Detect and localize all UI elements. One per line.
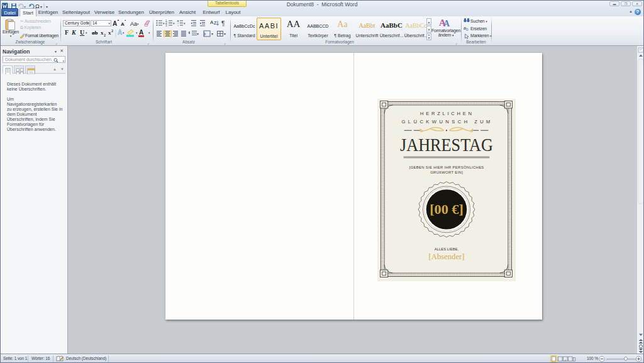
svg-text:GLÜCKWUNSCH ZUM: GLÜCKWUNSCH ZUM bbox=[402, 119, 491, 125]
svg-text:▾: ▾ bbox=[224, 32, 226, 36]
svg-text:GRUßWORT EIN]: GRUßWORT EIN] bbox=[430, 170, 463, 174]
svg-text:[Absender]: [Absender] bbox=[429, 252, 465, 261]
svg-text:HERZLICHEN: HERZLICHEN bbox=[420, 111, 472, 116]
svg-text:Z: Z bbox=[214, 21, 217, 25]
svg-text:U: U bbox=[80, 29, 84, 36]
svg-text:▾: ▾ bbox=[86, 31, 87, 35]
svg-text:2: 2 bbox=[111, 29, 113, 33]
svg-text:▾: ▾ bbox=[137, 22, 139, 26]
svg-text:▾: ▾ bbox=[184, 21, 186, 25]
svg-text:2: 2 bbox=[104, 33, 106, 37]
svg-text:[00 €]: [00 €] bbox=[430, 202, 464, 218]
svg-text:▾: ▾ bbox=[136, 31, 138, 35]
svg-text:▾: ▾ bbox=[197, 32, 199, 36]
svg-text:▾: ▾ bbox=[163, 21, 165, 25]
svg-text:▾: ▾ bbox=[211, 32, 213, 36]
svg-text:›: › bbox=[178, 24, 179, 27]
svg-text:3.: 3. bbox=[165, 24, 168, 27]
svg-text:ALLES LIEBE,: ALLES LIEBE, bbox=[435, 247, 459, 251]
svg-text:[GEBEN SIE HIER IHR PERSÖNLICH: [GEBEN SIE HIER IHR PERSÖNLICHES bbox=[409, 165, 484, 169]
svg-text:F: F bbox=[65, 29, 69, 36]
svg-text:A: A bbox=[121, 21, 125, 27]
svg-text:K: K bbox=[71, 29, 77, 36]
svg-text:▾: ▾ bbox=[148, 31, 150, 35]
svg-text:A: A bbox=[118, 29, 122, 36]
svg-text:▾: ▾ bbox=[173, 21, 175, 25]
svg-text:b: b bbox=[466, 27, 469, 31]
svg-text:A: A bbox=[113, 20, 117, 27]
svg-text:¶: ¶ bbox=[221, 20, 225, 27]
svg-text:A: A bbox=[139, 29, 143, 36]
svg-text:Aa: Aa bbox=[130, 21, 137, 27]
svg-text:▾: ▾ bbox=[123, 31, 125, 35]
svg-text:JAHRESTAG: JAHRESTAG bbox=[400, 135, 493, 155]
svg-text:ab: ab bbox=[92, 30, 98, 36]
